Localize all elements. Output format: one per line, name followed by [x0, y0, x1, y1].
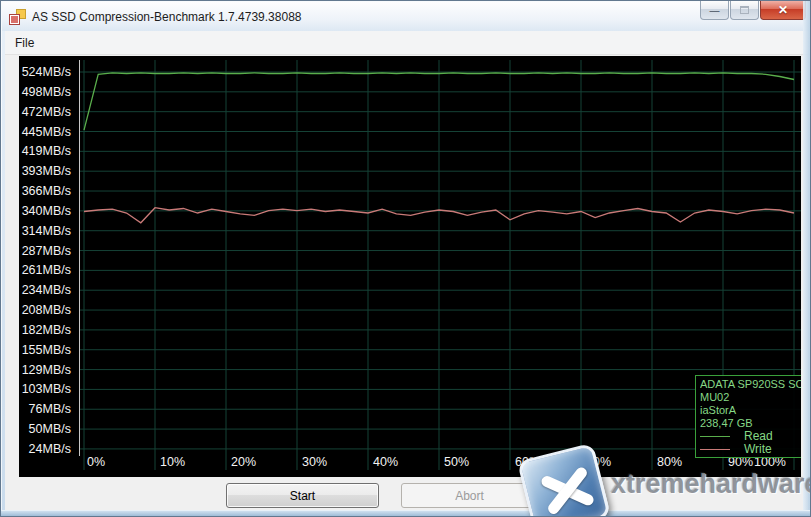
bottom-panel: Start Abort: [5, 477, 808, 512]
x-axis-label: 0%: [87, 455, 105, 469]
y-axis-label: 472MB/s: [19, 103, 77, 121]
y-axis-label: 366MB/s: [19, 182, 77, 200]
x-axis-label: 80%: [657, 455, 682, 469]
y-axis-label: 234MB/s: [19, 281, 77, 299]
window-title: AS SSD Compression-Benchmark 1.7.4739.38…: [32, 10, 301, 24]
x-axis-label: 70%: [586, 455, 611, 469]
close-button[interactable]: ✕: [760, 1, 806, 20]
x-axis-label: 40%: [373, 455, 398, 469]
window-controls: — ✕: [700, 1, 806, 20]
minimize-button[interactable]: —: [700, 1, 729, 20]
x-axis-label: 20%: [231, 455, 256, 469]
legend-write-label: Write: [744, 443, 772, 456]
y-axis-label: 103MB/s: [19, 380, 77, 398]
y-axis-label: 182MB/s: [19, 321, 77, 339]
y-axis-label: 524MB/s: [19, 63, 77, 81]
legend-entry-write: Write: [700, 443, 801, 456]
chart-legend: ADATA SP920SS SC MU02 iaStorA 238,47 GB …: [695, 375, 801, 458]
maximize-icon: [740, 6, 749, 14]
y-axis-label: 129MB/s: [19, 361, 77, 379]
plot-area: [79, 56, 801, 477]
x-axis-label: 10%: [160, 455, 185, 469]
y-axis-label: 50MB/s: [19, 420, 77, 438]
x-axis-label: 50%: [444, 455, 469, 469]
y-axis-label: 445MB/s: [19, 123, 77, 141]
menu-item-file[interactable]: File: [7, 33, 42, 53]
window-frame-bottom: [1, 510, 811, 516]
y-axis-label: 498MB/s: [19, 83, 77, 101]
legend-device-name: ADATA SP920SS SC: [700, 378, 801, 391]
y-axis-label: 287MB/s: [19, 242, 77, 260]
read-line-swatch: [700, 436, 730, 437]
menu-bar: File: [5, 31, 808, 55]
legend-firmware: MU02: [700, 391, 801, 404]
app-icon: [10, 9, 26, 25]
x-axis-label: 30%: [302, 455, 327, 469]
app-window: AS SSD Compression-Benchmark 1.7.4739.38…: [0, 0, 811, 517]
benchmark-chart: 524MB/s498MB/s472MB/s445MB/s419MB/s393MB…: [19, 56, 801, 477]
y-axis-label: 314MB/s: [19, 222, 77, 240]
app-icon-front-square: [10, 15, 19, 24]
y-axis-label: 393MB/s: [19, 162, 77, 180]
start-button[interactable]: Start: [226, 483, 379, 508]
y-axis-label: 155MB/s: [19, 341, 77, 359]
y-axis-label: 208MB/s: [19, 301, 77, 319]
y-axis-label: 24MB/s: [19, 440, 77, 458]
x-axis-label: 60%: [515, 455, 540, 469]
legend-driver: iaStorA: [700, 404, 801, 417]
window-frame-right: [803, 1, 810, 517]
write-line-swatch: [700, 449, 730, 450]
y-axis: 524MB/s498MB/s472MB/s445MB/s419MB/s393MB…: [19, 56, 77, 477]
maximize-button: [730, 1, 759, 20]
y-axis-label: 76MB/s: [19, 400, 77, 418]
y-axis-label: 261MB/s: [19, 261, 77, 279]
title-bar: AS SSD Compression-Benchmark 1.7.4739.38…: [2, 2, 809, 31]
abort-button: Abort: [401, 483, 538, 508]
y-axis-label: 419MB/s: [19, 142, 77, 160]
y-axis-label: 340MB/s: [19, 202, 77, 220]
